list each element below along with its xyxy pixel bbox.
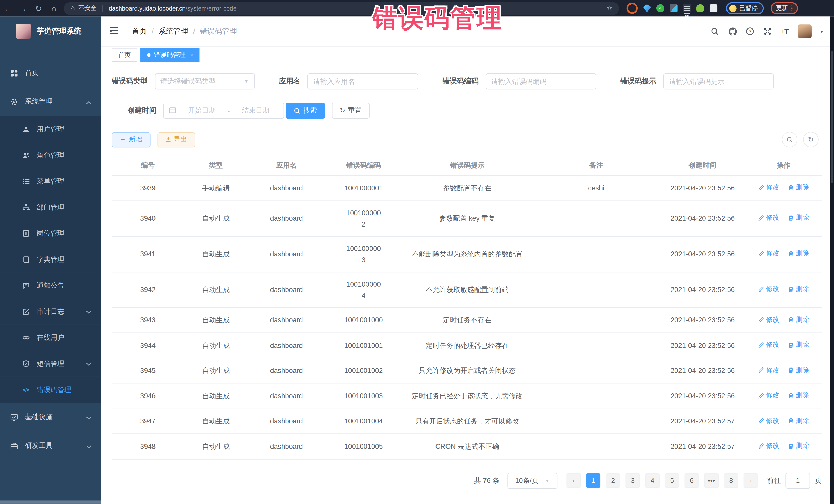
next-page-button[interactable]: › <box>744 474 758 488</box>
breadcrumb-system[interactable]: 系统管理 <box>158 27 188 36</box>
bookmark-star-icon[interactable]: ☆ <box>607 4 613 12</box>
profile-paused-badge[interactable]: 已暂停 <box>726 2 764 14</box>
scrollbar-thumb[interactable] <box>831 50 833 183</box>
extension-list-icon[interactable]: on <box>683 4 691 12</box>
pagination-page-6[interactable]: 6 <box>685 474 699 488</box>
address-bar[interactable]: ⚠ 不安全 dashboard.yudao.iocoder.cn/system/… <box>64 2 619 15</box>
pagination-page-3[interactable]: 3 <box>626 474 640 488</box>
pagination-page-4[interactable]: 4 <box>645 474 659 488</box>
extension-check-icon[interactable]: ✓ <box>656 4 664 12</box>
error-message-input[interactable] <box>663 73 774 89</box>
edit-link[interactable]: 修改 <box>758 339 780 351</box>
edit-link[interactable]: 修改 <box>758 390 780 401</box>
search-icon[interactable] <box>710 27 720 36</box>
pagination-ellipsis[interactable]: ••• <box>704 474 719 488</box>
table-row[interactable]: 3945 自动生成 dashboard 1001001002 只允许修改为开启或… <box>112 358 822 383</box>
avatar-dropdown-caret-icon[interactable]: ▼ <box>820 29 824 34</box>
pagination-page-8[interactable]: 8 <box>724 474 738 488</box>
sidebar-item-post-management[interactable]: 岗位管理 <box>0 220 101 246</box>
breadcrumb-home[interactable]: 首页 <box>132 27 147 36</box>
extension-key-icon[interactable] <box>696 4 704 12</box>
user-avatar[interactable] <box>798 24 812 38</box>
pagination-page-5[interactable]: 5 <box>665 474 679 488</box>
edit-link[interactable]: 修改 <box>758 182 780 193</box>
search-button[interactable]: 搜索 <box>286 103 325 118</box>
edit-link[interactable]: 修改 <box>758 213 780 224</box>
sidebar-item-role-management[interactable]: 角色管理 <box>0 142 101 168</box>
sidebar-item-home[interactable]: 首页 <box>0 59 101 87</box>
show-search-toggle-icon[interactable] <box>782 132 797 147</box>
delete-link[interactable]: 删除 <box>788 284 809 295</box>
delete-link[interactable]: 删除 <box>788 339 809 351</box>
delete-link[interactable]: 删除 <box>788 248 809 259</box>
app-name-input[interactable] <box>307 73 418 89</box>
edit-link[interactable]: 修改 <box>758 365 780 376</box>
delete-link[interactable]: 删除 <box>788 314 809 325</box>
github-icon[interactable] <box>728 27 737 36</box>
edit-link[interactable]: 修改 <box>758 248 780 259</box>
add-button[interactable]: ＋ 新增 <box>112 132 150 147</box>
browser-scrollbar[interactable] <box>830 17 834 504</box>
back-icon[interactable]: ← <box>0 4 15 13</box>
table-row[interactable]: 3946 自动生成 dashboard 1001001003 定时任务已经处于该… <box>112 383 822 408</box>
sidebar-item-dict-management[interactable]: 字典管理 <box>0 246 101 272</box>
reload-icon[interactable]: ↻ <box>31 3 46 13</box>
sidebar-item-notice-management[interactable]: 通知公告 <box>0 272 101 299</box>
sidebar-item-system[interactable]: 系统管理 <box>0 87 101 116</box>
sidebar-item-user-management[interactable]: 用户管理 <box>0 116 101 142</box>
edit-link[interactable]: 修改 <box>758 284 780 295</box>
edit-link[interactable]: 修改 <box>758 440 780 452</box>
goto-page-input[interactable] <box>786 473 810 489</box>
browser-update-button[interactable]: 更新 <box>770 2 798 14</box>
sidebar-item-department-management[interactable]: 部门管理 <box>0 194 101 220</box>
edit-link[interactable]: 修改 <box>758 314 780 325</box>
delete-link[interactable]: 删除 <box>788 365 809 376</box>
font-size-icon[interactable]: TT <box>781 27 790 36</box>
sidebar-item-devtools[interactable]: 研发工具 <box>0 431 101 460</box>
sidebar-item-online-users[interactable]: 在线用户 <box>0 324 101 351</box>
table-row[interactable]: 3940 自动生成 dashboard 100100000 2 参数配置 key… <box>112 200 822 236</box>
app-logo-row[interactable]: 芋道管理系统 <box>0 17 101 46</box>
sidebar-item-sms-management[interactable]: 短信管理 <box>0 351 101 377</box>
forward-icon[interactable]: → <box>15 4 31 13</box>
sidebar-item-infrastructure[interactable]: 基础设施 <box>0 403 101 431</box>
tab-close-icon[interactable]: × <box>190 51 193 58</box>
table-row[interactable]: 3943 自动生成 dashboard 1001001000 定时任务不存在 2… <box>112 307 822 333</box>
page-size-select[interactable]: 10条/页 ▼ <box>507 473 557 489</box>
edit-link[interactable]: 修改 <box>758 415 780 426</box>
tab-error-code[interactable]: 错误码管理 × <box>140 48 200 62</box>
fullscreen-icon[interactable] <box>763 27 772 36</box>
sidebar-item-error-code-management[interactable]: </> 错误码管理 <box>0 376 101 403</box>
pagination-page-2[interactable]: 2 <box>606 474 620 488</box>
browser-menu-icon[interactable] <box>791 5 792 11</box>
error-code-type-select[interactable]: 请选择错误码类型 ▼ <box>154 73 255 89</box>
sidebar-item-audit-log[interactable]: 审计日志 <box>0 299 101 325</box>
tab-home[interactable]: 首页 <box>112 48 137 62</box>
table-row[interactable]: 3942 自动生成 dashboard 100100000 4 不允许获取敏感配… <box>112 272 822 307</box>
extension-grid-icon[interactable] <box>670 4 678 12</box>
prev-page-button[interactable]: ‹ <box>566 474 581 488</box>
help-icon[interactable]: ? <box>745 27 755 36</box>
error-code-input[interactable] <box>485 73 596 89</box>
extensions-puzzle-icon[interactable] <box>709 4 718 12</box>
export-button[interactable]: 导出 <box>157 132 195 147</box>
sidebar-scrollbar[interactable] <box>0 500 101 503</box>
pagination-page-1[interactable]: 1 <box>586 474 600 488</box>
sidebar-item-menu-management[interactable]: 菜单管理 <box>0 168 101 194</box>
table-row[interactable]: 3941 自动生成 dashboard 100100000 3 不能删除类型为系… <box>112 236 822 272</box>
delete-link[interactable]: 删除 <box>788 390 809 401</box>
delete-link[interactable]: 删除 <box>788 213 809 224</box>
extension-target-icon[interactable] <box>627 3 638 14</box>
table-row[interactable]: 3948 自动生成 dashboard 1001001005 CRON 表达式不… <box>112 434 822 459</box>
table-row[interactable]: 3947 自动生成 dashboard 1001001004 只有开启状态的任务… <box>112 409 822 434</box>
delete-link[interactable]: 删除 <box>788 415 809 426</box>
refresh-table-icon[interactable]: ↻ <box>803 132 819 147</box>
create-time-range-picker[interactable]: 开始日期 - 结束日期 <box>163 103 284 118</box>
delete-link[interactable]: 删除 <box>788 440 809 452</box>
extension-gem-icon[interactable] <box>643 4 651 12</box>
delete-link[interactable]: 删除 <box>788 182 809 193</box>
table-row[interactable]: 3944 自动生成 dashboard 1001001001 定时任务的处理器已… <box>112 333 822 358</box>
reset-button[interactable]: ↻ 重置 <box>332 103 370 118</box>
table-row[interactable]: 3939 手动编辑 dashboard 1001000001 参数配置不存在 c… <box>112 175 822 200</box>
hamburger-icon[interactable] <box>110 26 118 37</box>
